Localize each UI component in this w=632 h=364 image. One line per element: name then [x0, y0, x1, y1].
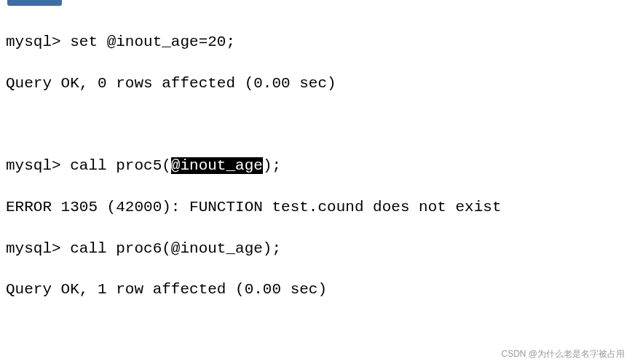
mysql-prompt: mysql> — [6, 157, 70, 174]
error-line: ERROR 1305 (42000): FUNCTION test.cound … — [6, 197, 626, 218]
blank-line — [6, 115, 626, 135]
blank-line — [6, 321, 626, 341]
window-tab-fragment — [7, 0, 62, 6]
result-line: Query OK, 0 rows affected (0.00 sec) — [6, 74, 626, 94]
mysql-prompt: mysql> — [6, 240, 70, 257]
result-line: Query OK, 1 row affected (0.00 sec) — [6, 280, 626, 300]
cmd-text-a: call proc5( — [70, 157, 171, 174]
cmd-line-call-proc5: mysql> call proc5(@inout_age); — [6, 156, 626, 176]
cmd-text: call proc6(@inout_age); — [70, 240, 281, 257]
cmd-line-set-var: mysql> set @inout_age=20; — [6, 32, 626, 52]
cmd-line-call-proc6: mysql> call proc6(@inout_age); — [6, 239, 626, 259]
cmd-text-b: ); — [263, 157, 281, 174]
csdn-watermark: CSDN @为什么老是名字被占用 — [501, 348, 625, 360]
mysql-prompt: mysql> — [6, 33, 70, 50]
terminal-output: mysql> set @inout_age=20; Query OK, 0 ro… — [6, 12, 626, 364]
cmd-text: set @inout_age=20; — [70, 33, 235, 50]
selected-text[interactable]: @inout_age — [171, 157, 263, 174]
